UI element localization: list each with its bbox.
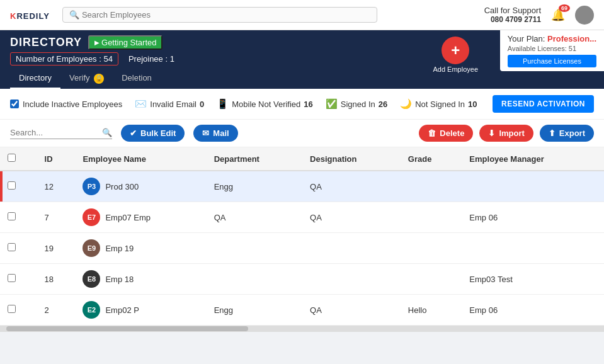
row-checkbox-cell[interactable] — [0, 202, 37, 233]
dir-header: DIRECTORY ▶ Getting Started Number of Em… — [0, 30, 604, 89]
search-icon: 🔍 — [102, 128, 112, 137]
row-checkbox[interactable] — [8, 212, 16, 220]
table-header-row: ID Employee Name Department Designation … — [0, 147, 604, 171]
top-nav: KREDILY 🔍 Call for Support 080 4709 2711… — [0, 0, 604, 30]
row-employee-name: E2 Emp02 P — [75, 295, 206, 326]
add-employee-label: Add Employee — [433, 65, 478, 73]
export-button[interactable]: ⬆ Export — [540, 125, 594, 142]
tab-verify[interactable]: Verify 🔒 — [60, 69, 113, 89]
export-icon: ⬆ — [549, 128, 556, 138]
row-designation — [302, 264, 401, 295]
row-department: Engg — [207, 171, 302, 202]
row-designation — [302, 233, 401, 264]
purchase-licenses-button[interactable]: Purchase Licenses — [508, 55, 596, 67]
dir-tabs: Directory Verify 🔒 Deletion — [10, 69, 594, 89]
tab-deletion[interactable]: Deletion — [113, 69, 161, 89]
employee-avatar: P3 — [83, 178, 100, 195]
col-grade: Grade — [401, 147, 462, 171]
row-checkbox-cell[interactable] — [0, 264, 37, 295]
employees-table: ID Employee Name Department Designation … — [0, 147, 604, 326]
row-employee-name: E7 Emp07 Emp — [75, 202, 206, 233]
tab-directory[interactable]: Directory — [10, 69, 60, 89]
row-checkbox[interactable] — [8, 243, 16, 251]
verify-badge: 🔒 — [94, 74, 104, 84]
table-row: 19 E9 Emp 19 — [0, 233, 604, 264]
row-grade — [401, 233, 462, 264]
bulk-edit-icon: ✔ — [130, 128, 137, 138]
row-employee-name: E8 Emp 18 — [75, 264, 206, 295]
plan-label: Your Plan: Profession... — [508, 34, 596, 43]
employee-name-text: Emp07 Emp — [105, 213, 151, 222]
row-manager: Emp 06 — [462, 295, 604, 326]
add-employee-button[interactable]: + Add Employee — [433, 37, 478, 73]
mail-button[interactable]: ✉ Mail — [193, 125, 237, 142]
invalid-email-stat: ✉️ Invalid Email 0 — [135, 98, 204, 110]
employee-name-text: Emp02 P — [105, 305, 139, 315]
employee-name-text: Emp 19 — [105, 244, 134, 253]
row-checkbox-cell[interactable] — [0, 171, 37, 202]
employee-search-input[interactable] — [10, 128, 98, 137]
col-checkbox[interactable] — [0, 147, 37, 171]
dir-title: DIRECTORY — [10, 36, 82, 49]
table-row: 7 E7 Emp07 Emp QA QA Emp 06 — [0, 202, 604, 233]
row-designation: QA — [302, 295, 401, 326]
row-id: 2 — [37, 295, 76, 326]
prejoinee-label: Prejoinee : 1 — [128, 54, 174, 64]
row-department — [207, 264, 302, 295]
row-department: Engg — [207, 295, 302, 326]
delete-button[interactable]: 🗑 Delete — [419, 125, 473, 142]
avatar[interactable] — [575, 6, 594, 25]
col-employee-manager: Employee Manager — [462, 147, 604, 171]
not-signed-in-count: 10 — [468, 100, 477, 109]
employee-avatar: E7 — [83, 208, 100, 226]
row-checkbox-cell[interactable] — [0, 233, 37, 264]
add-circle-icon: + — [442, 37, 469, 64]
search-input[interactable] — [82, 10, 370, 20]
import-button[interactable]: ⬇ Import — [479, 125, 533, 142]
row-checkbox-cell[interactable] — [0, 295, 37, 326]
plan-box: Your Plan: Profession... Available Licen… — [500, 30, 604, 71]
getting-started-button[interactable]: ▶ Getting Started — [88, 35, 162, 50]
employee-avatar: E9 — [83, 239, 100, 257]
col-id: ID — [37, 147, 76, 171]
signed-in-count: 26 — [379, 100, 387, 109]
right-actions: 🗑 Delete ⬇ Import ⬆ Export — [419, 125, 594, 142]
row-grade: Hello — [401, 295, 462, 326]
support-info: Call for Support 080 4709 2711 — [484, 6, 541, 24]
notification-bell[interactable]: 🔔 69 — [551, 8, 565, 22]
resend-activation-button[interactable]: RESEND ACTIVATION — [493, 95, 594, 113]
search-bar[interactable]: 🔍 — [62, 7, 377, 23]
row-id: 18 — [37, 264, 76, 295]
delete-icon: 🗑 — [428, 128, 436, 138]
nav-right: Call for Support 080 4709 2711 🔔 69 — [484, 6, 594, 25]
mail-icon: ✉ — [202, 128, 209, 138]
horizontal-scrollbar[interactable] — [0, 326, 604, 332]
employee-search-wrap[interactable]: 🔍 — [10, 128, 112, 139]
toolbar-area: Include Inactive Employees ✉️ Invalid Em… — [0, 89, 604, 120]
bell-badge: 69 — [559, 4, 570, 12]
available-licenses: Available Licenses: 51 — [508, 45, 596, 52]
row-checkbox[interactable] — [8, 181, 16, 190]
row-manager — [462, 233, 604, 264]
row-manager: Emp 06 — [462, 202, 604, 233]
signed-in-icon: ✅ — [326, 98, 338, 110]
select-all-checkbox[interactable] — [8, 154, 16, 162]
table-row: 12 P3 Prod 300 Engg QA — [0, 171, 604, 202]
row-id: 19 — [37, 233, 76, 264]
logo-k: K — [10, 11, 16, 21]
search-icon: 🔍 — [69, 10, 79, 20]
row-checkbox[interactable] — [8, 274, 16, 282]
row-designation: QA — [302, 171, 401, 202]
include-inactive-label[interactable]: Include Inactive Employees — [10, 100, 122, 109]
row-checkbox[interactable] — [8, 305, 16, 313]
row-employee-name: P3 Prod 300 — [75, 171, 206, 202]
mobile-not-verified-count: 16 — [304, 100, 312, 109]
row-designation: QA — [302, 202, 401, 233]
invalid-email-icon: ✉️ — [135, 98, 147, 110]
row-employee-name: E9 Emp 19 — [75, 233, 206, 264]
bulk-edit-button[interactable]: ✔ Bulk Edit — [121, 125, 185, 142]
h-scroll-thumb — [6, 326, 248, 331]
include-inactive-checkbox[interactable] — [10, 100, 19, 108]
support-label: Call for Support — [484, 6, 541, 15]
support-phone: 080 4709 2711 — [484, 15, 541, 24]
